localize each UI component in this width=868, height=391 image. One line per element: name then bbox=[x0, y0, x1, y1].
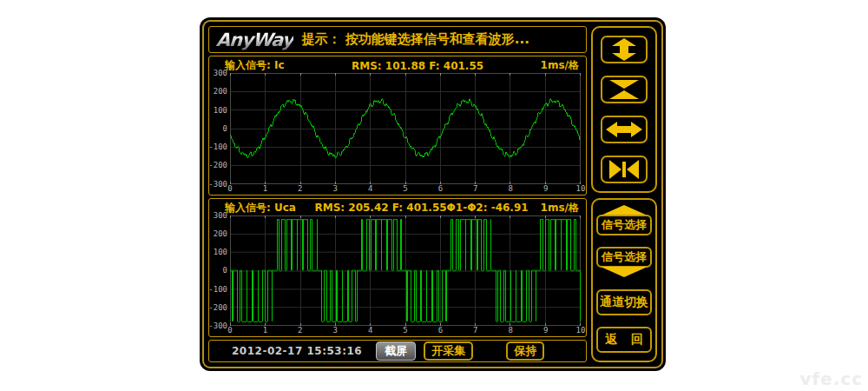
zoom-button-group bbox=[591, 26, 657, 193]
anyway-logo: AnyWay bbox=[215, 30, 293, 50]
axis-tick-label: 2 bbox=[298, 185, 302, 193]
axis-tick-label: 300 bbox=[214, 70, 227, 77]
channel2-panel: 输入信号: Uca RMS: 205.42 F: 401.55 Φ1-Φ2: -… bbox=[208, 198, 587, 338]
axis-tick-label: 3 bbox=[332, 327, 337, 335]
axis-tick-label: 8 bbox=[508, 185, 512, 193]
channel2-phase: Φ1-Φ2: -46.91 bbox=[447, 202, 541, 214]
screen-frame: AnyWay 提示： 按功能键选择信号和查看波形... 输入信号: Ic RMS… bbox=[202, 20, 663, 368]
channel1-plot-row: 3002001000-100-200-300 bbox=[213, 73, 581, 184]
channel1-plot-area bbox=[230, 73, 581, 184]
channel2-x-axis-labels: 012345678910 bbox=[230, 326, 581, 335]
axis-tick-label: 4 bbox=[368, 327, 372, 335]
screenshot-button[interactable]: 截屏 bbox=[376, 341, 416, 361]
channel2-y-axis-labels: 3002001000-100-200-300 bbox=[213, 215, 230, 327]
axis-tick-label: 5 bbox=[403, 327, 407, 335]
footer-bar: 2012-02-17 15:53:16 截屏 开采集 保持 bbox=[208, 340, 587, 362]
signal-button-group: 信号选择 信号选择 通道切换 返 回 bbox=[591, 198, 657, 362]
axis-tick-label: 0 bbox=[227, 327, 232, 335]
axis-tick-label: 5 bbox=[403, 185, 407, 193]
main-column: AnyWay 提示： 按功能键选择信号和查看波形... 输入信号: Ic RMS… bbox=[208, 26, 587, 362]
channel2-plot-row: 3002001000-100-200-300 bbox=[213, 215, 581, 327]
axis-tick-label: -200 bbox=[208, 303, 227, 311]
channel1-panel: 输入信号: Ic RMS: 101.88 F: 401.55 1ms/格 300… bbox=[208, 56, 587, 196]
signal-select-up-button[interactable]: 信号选择 bbox=[596, 205, 652, 235]
axis-tick-label: 9 bbox=[543, 327, 548, 335]
axis-tick-label: -100 bbox=[208, 285, 227, 293]
sidebar: 信号选择 信号选择 通道切换 返 回 bbox=[591, 26, 657, 362]
channel1-x-axis-labels: 012345678910 bbox=[230, 184, 581, 194]
axis-tick-label: 0 bbox=[223, 267, 227, 275]
channel2-measurements: RMS: 205.42 F: 401.55 bbox=[315, 202, 447, 214]
axis-tick-label: 8 bbox=[508, 327, 512, 335]
zoom-horizontal-expand-button[interactable] bbox=[601, 116, 648, 143]
watermark: vfe.cc bbox=[799, 368, 863, 389]
axis-tick-label: 9 bbox=[543, 185, 548, 193]
signal-select-down-button[interactable]: 信号选择 bbox=[596, 247, 652, 277]
compress-vertical-icon bbox=[608, 78, 641, 101]
axis-tick-label: 2 bbox=[298, 327, 302, 335]
axis-tick-label: 100 bbox=[214, 249, 227, 256]
channel2-waveform-canvas bbox=[230, 215, 581, 327]
back-button[interactable]: 返 回 bbox=[596, 327, 652, 353]
zoom-horizontal-compress-button[interactable] bbox=[601, 156, 648, 183]
channel1-timebase: 1ms/格 bbox=[541, 58, 579, 73]
triangle-down-icon bbox=[601, 267, 648, 277]
axis-tick-label: -100 bbox=[208, 143, 227, 151]
header-bar: AnyWay 提示： 按功能键选择信号和查看波形... bbox=[208, 26, 587, 53]
axis-tick-label: 7 bbox=[473, 185, 477, 193]
channel1-info-row: 输入信号: Ic RMS: 101.88 F: 401.55 1ms/格 bbox=[213, 58, 581, 73]
start-capture-button[interactable]: 开采集 bbox=[424, 341, 473, 361]
axis-tick-label: 0 bbox=[223, 124, 227, 132]
axis-tick-label: 100 bbox=[214, 106, 227, 114]
signal-select-down-label: 信号选择 bbox=[596, 247, 652, 268]
axis-tick-label: 1 bbox=[263, 185, 267, 193]
axis-tick-label: 0 bbox=[227, 185, 232, 193]
axis-tick-label: 3 bbox=[332, 185, 337, 193]
channel-switch-button[interactable]: 通道切换 bbox=[596, 289, 652, 315]
timestamp: 2012-02-17 15:53:16 bbox=[232, 345, 362, 357]
axis-tick-label: 4 bbox=[368, 185, 372, 193]
signal-select-up-label: 信号选择 bbox=[596, 215, 652, 235]
axis-tick-label: 1 bbox=[263, 327, 267, 335]
back-label-left: 返 bbox=[605, 332, 617, 348]
screenshot-stage: AnyWay 提示： 按功能键选择信号和查看波形... 输入信号: Ic RMS… bbox=[0, 0, 868, 391]
axis-tick-label: -200 bbox=[208, 162, 227, 169]
axis-tick-label: -300 bbox=[208, 322, 227, 330]
axis-tick-label: 6 bbox=[438, 185, 443, 193]
hint-text: 提示： 按功能键选择信号和查看波形... bbox=[302, 31, 529, 48]
channel2-signal-label: 输入信号: Uca bbox=[225, 201, 315, 215]
channel1-y-axis-labels: 3002001000-100-200-300 bbox=[213, 73, 230, 184]
axis-tick-label: 10 bbox=[576, 185, 586, 193]
channel1-signal-label: 输入信号: Ic bbox=[225, 58, 352, 73]
zoom-vertical-expand-button[interactable] bbox=[601, 36, 648, 63]
axis-tick-label: 7 bbox=[473, 327, 477, 335]
channel1-measurements: RMS: 101.88 F: 401.55 bbox=[352, 60, 483, 72]
axis-tick-label: 200 bbox=[214, 88, 227, 96]
channel2-plot-area bbox=[230, 215, 581, 327]
expand-horizontal-icon bbox=[606, 120, 642, 139]
channel2-info-row: 输入信号: Uca RMS: 205.42 F: 401.55 Φ1-Φ2: -… bbox=[213, 201, 581, 215]
back-label-right: 回 bbox=[631, 332, 643, 348]
zoom-vertical-compress-button[interactable] bbox=[601, 76, 648, 103]
hold-button[interactable]: 保持 bbox=[506, 341, 544, 361]
axis-tick-label: -300 bbox=[208, 180, 227, 188]
axis-tick-label: 200 bbox=[214, 229, 227, 237]
axis-tick-label: 300 bbox=[214, 211, 227, 219]
channel2-timebase: 1ms/格 bbox=[541, 201, 579, 215]
compress-horizontal-icon bbox=[608, 159, 641, 180]
expand-vertical-icon bbox=[609, 38, 639, 61]
power-analyzer-screen: AnyWay 提示： 按功能键选择信号和查看波形... 输入信号: Ic RMS… bbox=[200, 17, 666, 371]
axis-tick-label: 6 bbox=[438, 327, 443, 335]
axis-tick-label: 10 bbox=[576, 327, 586, 335]
channel1-waveform-canvas bbox=[230, 73, 581, 184]
